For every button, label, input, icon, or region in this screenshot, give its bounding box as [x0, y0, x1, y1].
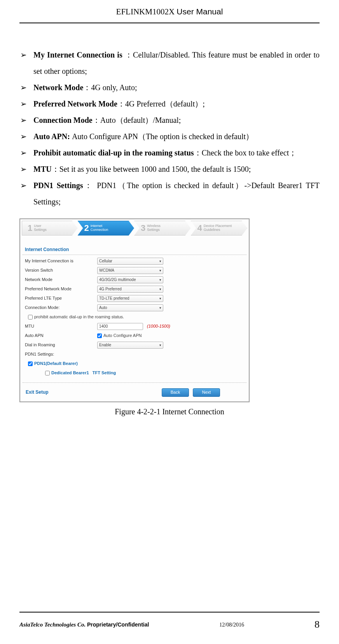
bullet-item: Prohibit automatic dial-up in the roamin…: [19, 145, 320, 161]
select-network-mode[interactable]: 4G/3G/2G multimode: [97, 276, 163, 283]
row-dedicated-bearer: Dedicated Bearer1 TFT Setting: [25, 368, 244, 378]
bullet-item: My Internet Connection is ：Cellular/Disa…: [19, 47, 320, 79]
field-label: Network Mode: [25, 277, 97, 283]
checkbox-pdn1[interactable]: [28, 361, 33, 366]
divider: [23, 382, 246, 383]
field-label: PDN1 Settings:: [25, 351, 97, 357]
select-preferred-network[interactable]: 4G Preferred: [97, 286, 163, 293]
bullet-item: PDN1 Settings： PDN1（The option is checke…: [19, 177, 320, 210]
page-header: EFLINKM1002X User Manual: [19, 0, 320, 23]
wizard-steps: 1UserSettings 2InternetConnection 3Wirel…: [22, 221, 247, 236]
step-number: 1: [28, 222, 32, 234]
bullet-bold: MTU: [33, 165, 52, 173]
header-title-a: EFLINKM1002X: [116, 7, 177, 16]
step-number: 3: [141, 222, 145, 234]
bullet-bold: Connection Mode: [33, 116, 93, 124]
field-label: Connection Mode:: [25, 305, 97, 311]
bullet-list: My Internet Connection is ：Cellular/Disa…: [19, 47, 320, 210]
main-content: My Internet Connection is ：Cellular/Disa…: [19, 23, 320, 417]
select-version-switch[interactable]: WCDMA: [97, 267, 163, 274]
row-pdn1-default: PDN1(Default Bearer): [25, 359, 244, 368]
wizard-step-3[interactable]: 3WirelessSettings: [134, 221, 191, 236]
field-label: Preferred Network Mode: [25, 286, 97, 292]
row-mtu: MTU1400(1000-1500): [25, 322, 244, 331]
page-footer: AsiaTelco Technologies Co. Proprietary/C…: [19, 612, 320, 635]
bullet-bold: My Internet Connection is: [33, 51, 125, 59]
figure-wrap: 1UserSettings 2InternetConnection 3Wirel…: [19, 218, 320, 417]
row-prohibit-roaming: prohibit automatic dial-up in the roamin…: [25, 312, 244, 322]
step-label: UserSettings: [34, 224, 47, 232]
bullet-text: ：Set it as you like between 1000 and 150…: [52, 165, 251, 173]
row-pdn1-settings: PDN1 Settings:: [25, 350, 244, 359]
bullet-bold: Prohibit automatic dial-up in the roamin…: [33, 148, 194, 157]
step-label: InternetConnection: [91, 224, 108, 232]
row-preferred-lte: Preferred LTE TypeTD-LTE preferred: [25, 294, 244, 303]
select-dial-roaming[interactable]: Enable: [97, 342, 163, 349]
field-label: MTU: [25, 323, 97, 329]
step-label: WirelessSettings: [147, 224, 161, 232]
bullet-item: Preferred Network Mode：4G Preferred（defa…: [19, 96, 320, 112]
bullet-bold: PDN1 Settings: [33, 181, 83, 190]
auto-apn-text: Auto Configure APN: [103, 333, 142, 339]
row-auto-apn: Auto APNAuto Configure APN: [25, 331, 244, 340]
checkbox-dedicated-bearer[interactable]: [45, 371, 50, 375]
mtu-hint: (1000-1500): [147, 323, 170, 329]
header-title-b: User Manual: [176, 7, 223, 16]
wizard-footer: Exit Setup Back Next: [22, 385, 247, 401]
figure-caption: Figure 4-2-2-1 Internet Connection: [19, 406, 320, 417]
bullet-item: MTU：Set it as you like between 1000 and …: [19, 161, 320, 177]
wizard-step-1[interactable]: 1UserSettings: [22, 221, 78, 236]
tft-setting-link[interactable]: TFT Setting: [93, 370, 116, 376]
back-button[interactable]: Back: [162, 388, 189, 397]
field-label: Preferred LTE Type: [25, 295, 97, 301]
step-number: 4: [197, 222, 202, 234]
field-label: Version Switch: [25, 267, 97, 273]
dedicated-bearer-label[interactable]: Dedicated Bearer1: [51, 370, 89, 376]
bullet-text: ：4G Preferred（default）;: [117, 99, 205, 108]
bullet-item: Network Mode：4G only, Auto;: [19, 79, 320, 96]
form-area: My Internet Connection isCellular Versio…: [22, 255, 247, 380]
row-connection-mode: Connection Mode:Auto: [25, 303, 244, 312]
field-label: Auto APN: [25, 333, 97, 339]
next-button[interactable]: Next: [193, 388, 220, 397]
bullet-item: Connection Mode：Auto（default）/Manual;: [19, 112, 320, 128]
pdn1-label[interactable]: PDN1(Default Bearer): [34, 361, 78, 367]
input-mtu[interactable]: 1400: [97, 323, 143, 330]
bullet-text: ：Check the box to take effect；: [194, 148, 297, 157]
checkbox-auto-apn[interactable]: [97, 333, 102, 338]
wizard-frame: 1UserSettings 2InternetConnection 3Wirel…: [19, 218, 250, 402]
checkbox-prohibit-roaming[interactable]: [28, 315, 33, 319]
footer-date: 12/08/2016: [219, 619, 244, 630]
bullet-item: Auto APN: Auto Configure APN（The option …: [19, 128, 320, 145]
bullet-text: ：Auto（default）/Manual;: [93, 116, 181, 124]
bullet-bold: Auto APN:: [33, 132, 72, 141]
footer-left: AsiaTelco Technologies Co. Proprietary/C…: [19, 619, 149, 631]
exit-setup-link[interactable]: Exit Setup: [26, 389, 49, 396]
row-dial-roaming: Dial in RoamingEnable: [25, 340, 244, 350]
select-connection-is[interactable]: Cellular: [97, 258, 163, 265]
bullet-bold: Preferred Network Mode: [33, 99, 117, 108]
row-version-switch: Version SwitchWCDMA: [25, 266, 244, 275]
step-label: Device PlacementGuidelines: [204, 224, 232, 232]
field-label: prohibit automatic dial-up in the roamin…: [34, 314, 124, 320]
bullet-text: ：4G only, Auto;: [83, 83, 137, 92]
bullet-text: Auto Configure APN（The option is checked…: [72, 132, 253, 141]
step-number: 2: [84, 222, 89, 234]
wizard-step-4[interactable]: 4Device PlacementGuidelines: [191, 221, 248, 236]
select-preferred-lte[interactable]: TD-LTE preferred: [97, 295, 163, 302]
row-network-mode: Network Mode4G/3G/2G multimode: [25, 275, 244, 284]
section-title: Internet Connection: [23, 245, 246, 255]
field-label: Dial in Roaming: [25, 342, 97, 348]
select-connection-mode[interactable]: Auto: [97, 304, 163, 311]
wizard-step-2[interactable]: 2InternetConnection: [78, 221, 135, 236]
row-connection-is: My Internet Connection isCellular: [25, 257, 244, 266]
bullet-bold: Network Mode: [33, 83, 83, 92]
row-preferred-network: Preferred Network Mode4G Preferred: [25, 284, 244, 294]
page-number: 8: [315, 614, 320, 635]
field-label: My Internet Connection is: [25, 258, 97, 264]
